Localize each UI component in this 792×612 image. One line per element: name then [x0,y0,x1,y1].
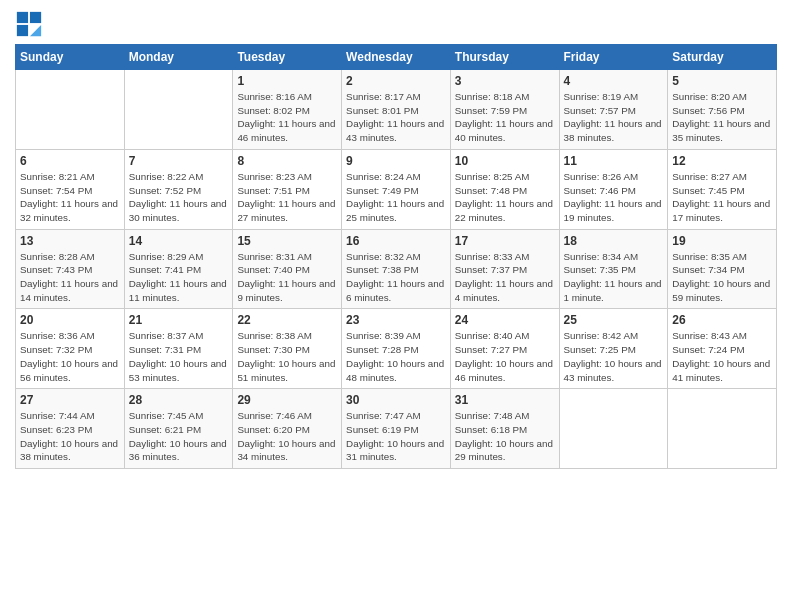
calendar-cell: 8Sunrise: 8:23 AM Sunset: 7:51 PM Daylig… [233,149,342,229]
calendar-cell: 2Sunrise: 8:17 AM Sunset: 8:01 PM Daylig… [342,70,451,150]
svg-rect-0 [17,12,28,23]
day-number: 20 [20,313,120,327]
calendar-cell: 11Sunrise: 8:26 AM Sunset: 7:46 PM Dayli… [559,149,668,229]
calendar-cell: 30Sunrise: 7:47 AM Sunset: 6:19 PM Dayli… [342,389,451,469]
day-info: Sunrise: 7:46 AM Sunset: 6:20 PM Dayligh… [237,409,337,464]
calendar-cell: 4Sunrise: 8:19 AM Sunset: 7:57 PM Daylig… [559,70,668,150]
day-number: 30 [346,393,446,407]
day-info: Sunrise: 8:40 AM Sunset: 7:27 PM Dayligh… [455,329,555,384]
calendar-cell: 12Sunrise: 8:27 AM Sunset: 7:45 PM Dayli… [668,149,777,229]
header-sunday: Sunday [16,45,125,70]
day-number: 5 [672,74,772,88]
calendar-cell: 7Sunrise: 8:22 AM Sunset: 7:52 PM Daylig… [124,149,233,229]
day-info: Sunrise: 8:34 AM Sunset: 7:35 PM Dayligh… [564,250,664,305]
day-number: 27 [20,393,120,407]
day-info: Sunrise: 8:20 AM Sunset: 7:56 PM Dayligh… [672,90,772,145]
day-number: 13 [20,234,120,248]
calendar-cell: 16Sunrise: 8:32 AM Sunset: 7:38 PM Dayli… [342,229,451,309]
header-row: Sunday Monday Tuesday Wednesday Thursday… [16,45,777,70]
calendar-cell: 29Sunrise: 7:46 AM Sunset: 6:20 PM Dayli… [233,389,342,469]
calendar-cell: 15Sunrise: 8:31 AM Sunset: 7:40 PM Dayli… [233,229,342,309]
day-info: Sunrise: 8:19 AM Sunset: 7:57 PM Dayligh… [564,90,664,145]
logo-icon [15,10,43,38]
calendar-header: Sunday Monday Tuesday Wednesday Thursday… [16,45,777,70]
calendar-body: 1Sunrise: 8:16 AM Sunset: 8:02 PM Daylig… [16,70,777,469]
header-monday: Monday [124,45,233,70]
day-number: 17 [455,234,555,248]
calendar-cell: 3Sunrise: 8:18 AM Sunset: 7:59 PM Daylig… [450,70,559,150]
calendar-cell: 23Sunrise: 8:39 AM Sunset: 7:28 PM Dayli… [342,309,451,389]
calendar-cell: 25Sunrise: 8:42 AM Sunset: 7:25 PM Dayli… [559,309,668,389]
day-number: 4 [564,74,664,88]
day-number: 16 [346,234,446,248]
calendar-cell: 13Sunrise: 8:28 AM Sunset: 7:43 PM Dayli… [16,229,125,309]
day-number: 10 [455,154,555,168]
calendar-cell [668,389,777,469]
day-number: 31 [455,393,555,407]
day-number: 9 [346,154,446,168]
svg-marker-3 [30,25,41,36]
day-info: Sunrise: 8:16 AM Sunset: 8:02 PM Dayligh… [237,90,337,145]
day-info: Sunrise: 8:18 AM Sunset: 7:59 PM Dayligh… [455,90,555,145]
page-header [15,10,777,38]
header-saturday: Saturday [668,45,777,70]
calendar-cell: 27Sunrise: 7:44 AM Sunset: 6:23 PM Dayli… [16,389,125,469]
calendar-cell: 20Sunrise: 8:36 AM Sunset: 7:32 PM Dayli… [16,309,125,389]
day-number: 6 [20,154,120,168]
calendar-cell: 18Sunrise: 8:34 AM Sunset: 7:35 PM Dayli… [559,229,668,309]
day-info: Sunrise: 7:45 AM Sunset: 6:21 PM Dayligh… [129,409,229,464]
calendar-week-1: 1Sunrise: 8:16 AM Sunset: 8:02 PM Daylig… [16,70,777,150]
day-number: 21 [129,313,229,327]
day-number: 24 [455,313,555,327]
day-number: 8 [237,154,337,168]
day-info: Sunrise: 8:32 AM Sunset: 7:38 PM Dayligh… [346,250,446,305]
calendar-cell: 9Sunrise: 8:24 AM Sunset: 7:49 PM Daylig… [342,149,451,229]
calendar-cell: 31Sunrise: 7:48 AM Sunset: 6:18 PM Dayli… [450,389,559,469]
day-info: Sunrise: 8:24 AM Sunset: 7:49 PM Dayligh… [346,170,446,225]
calendar-cell: 1Sunrise: 8:16 AM Sunset: 8:02 PM Daylig… [233,70,342,150]
day-info: Sunrise: 7:47 AM Sunset: 6:19 PM Dayligh… [346,409,446,464]
calendar-table: Sunday Monday Tuesday Wednesday Thursday… [15,44,777,469]
day-info: Sunrise: 8:39 AM Sunset: 7:28 PM Dayligh… [346,329,446,384]
calendar-week-2: 6Sunrise: 8:21 AM Sunset: 7:54 PM Daylig… [16,149,777,229]
calendar-cell: 24Sunrise: 8:40 AM Sunset: 7:27 PM Dayli… [450,309,559,389]
day-number: 2 [346,74,446,88]
day-info: Sunrise: 8:31 AM Sunset: 7:40 PM Dayligh… [237,250,337,305]
calendar-cell [559,389,668,469]
day-info: Sunrise: 8:27 AM Sunset: 7:45 PM Dayligh… [672,170,772,225]
day-number: 29 [237,393,337,407]
calendar-cell: 22Sunrise: 8:38 AM Sunset: 7:30 PM Dayli… [233,309,342,389]
day-number: 22 [237,313,337,327]
day-number: 18 [564,234,664,248]
day-info: Sunrise: 8:28 AM Sunset: 7:43 PM Dayligh… [20,250,120,305]
calendar-cell [16,70,125,150]
day-info: Sunrise: 8:29 AM Sunset: 7:41 PM Dayligh… [129,250,229,305]
day-info: Sunrise: 8:25 AM Sunset: 7:48 PM Dayligh… [455,170,555,225]
day-number: 23 [346,313,446,327]
svg-rect-2 [17,25,28,36]
calendar-cell: 10Sunrise: 8:25 AM Sunset: 7:48 PM Dayli… [450,149,559,229]
calendar-week-4: 20Sunrise: 8:36 AM Sunset: 7:32 PM Dayli… [16,309,777,389]
day-number: 3 [455,74,555,88]
logo [15,10,47,38]
calendar-cell: 5Sunrise: 8:20 AM Sunset: 7:56 PM Daylig… [668,70,777,150]
calendar-cell: 17Sunrise: 8:33 AM Sunset: 7:37 PM Dayli… [450,229,559,309]
day-info: Sunrise: 8:26 AM Sunset: 7:46 PM Dayligh… [564,170,664,225]
day-info: Sunrise: 7:44 AM Sunset: 6:23 PM Dayligh… [20,409,120,464]
day-info: Sunrise: 8:43 AM Sunset: 7:24 PM Dayligh… [672,329,772,384]
day-info: Sunrise: 8:42 AM Sunset: 7:25 PM Dayligh… [564,329,664,384]
svg-rect-1 [30,12,41,23]
calendar-week-3: 13Sunrise: 8:28 AM Sunset: 7:43 PM Dayli… [16,229,777,309]
day-info: Sunrise: 8:21 AM Sunset: 7:54 PM Dayligh… [20,170,120,225]
day-number: 25 [564,313,664,327]
day-number: 12 [672,154,772,168]
day-number: 28 [129,393,229,407]
day-info: Sunrise: 8:37 AM Sunset: 7:31 PM Dayligh… [129,329,229,384]
day-info: Sunrise: 8:17 AM Sunset: 8:01 PM Dayligh… [346,90,446,145]
header-tuesday: Tuesday [233,45,342,70]
header-thursday: Thursday [450,45,559,70]
calendar-cell [124,70,233,150]
calendar-cell: 19Sunrise: 8:35 AM Sunset: 7:34 PM Dayli… [668,229,777,309]
day-info: Sunrise: 8:35 AM Sunset: 7:34 PM Dayligh… [672,250,772,305]
header-wednesday: Wednesday [342,45,451,70]
